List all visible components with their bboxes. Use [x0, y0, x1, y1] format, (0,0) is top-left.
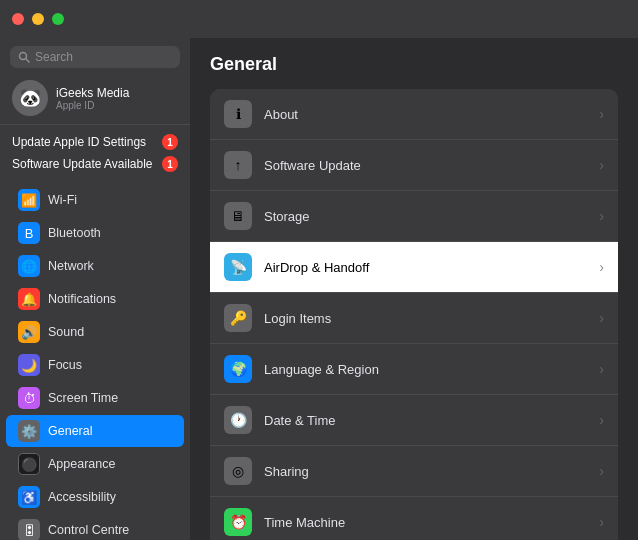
storage-icon: 🖥 [224, 202, 252, 230]
airdrop-label: AirDrop & Handoff [264, 260, 587, 275]
settings-row-datetime[interactable]: 🕐Date & Time› [210, 395, 618, 446]
sharing-chevron: › [599, 463, 604, 479]
settings-row-about[interactable]: ℹAbout› [210, 89, 618, 140]
avatar: 🐼 [12, 80, 48, 116]
login-items-icon: 🔑 [224, 304, 252, 332]
sidebar-item-wifi-label: Wi-Fi [48, 193, 77, 207]
storage-label: Storage [264, 209, 587, 224]
update-apple-id-badge: 1 [162, 134, 178, 150]
content-area: General ℹAbout›↑Software Update›🖥Storage… [190, 38, 638, 540]
sidebar-item-appearance-label: Appearance [48, 457, 115, 471]
settings-row-software-update[interactable]: ↑Software Update› [210, 140, 618, 191]
sidebar-item-bluetooth-label: Bluetooth [48, 226, 101, 240]
sidebar-item-focus[interactable]: 🌙Focus [6, 349, 184, 381]
time-machine-label: Time Machine [264, 515, 587, 530]
datetime-chevron: › [599, 412, 604, 428]
sharing-label: Sharing [264, 464, 587, 479]
login-items-label: Login Items [264, 311, 587, 326]
bluetooth-icon: B [18, 222, 40, 244]
sidebar-item-bluetooth[interactable]: BBluetooth [6, 217, 184, 249]
update-apple-id-alert[interactable]: Update Apple ID Settings 1 [0, 131, 190, 153]
minimize-button[interactable] [32, 13, 44, 25]
software-update-badge: 1 [162, 156, 178, 172]
wifi-icon: 📶 [18, 189, 40, 211]
sidebar-item-network[interactable]: 🌐Network [6, 250, 184, 282]
sidebar-item-control-centre[interactable]: 🎛Control Centre [6, 514, 184, 540]
settings-list: ℹAbout›↑Software Update›🖥Storage›📡AirDro… [210, 89, 618, 540]
settings-row-sharing[interactable]: ◎Sharing› [210, 446, 618, 497]
sidebar-item-notifications[interactable]: 🔔Notifications [6, 283, 184, 315]
sidebar-item-focus-label: Focus [48, 358, 82, 372]
airdrop-icon: 📡 [224, 253, 252, 281]
sidebar-item-network-label: Network [48, 259, 94, 273]
datetime-icon: 🕐 [224, 406, 252, 434]
software-update-label: Software Update [264, 158, 587, 173]
datetime-label: Date & Time [264, 413, 587, 428]
svg-line-1 [26, 59, 29, 62]
software-update-alert[interactable]: Software Update Available 1 [0, 153, 190, 175]
about-chevron: › [599, 106, 604, 122]
software-update-chevron: › [599, 157, 604, 173]
airdrop-chevron: › [599, 259, 604, 275]
language-chevron: › [599, 361, 604, 377]
network-icon: 🌐 [18, 255, 40, 277]
control-centre-icon: 🎛 [18, 519, 40, 540]
search-icon [18, 51, 30, 63]
sidebar-item-general[interactable]: ⚙️General [6, 415, 184, 447]
page-title: General [210, 54, 618, 75]
titlebar [0, 0, 638, 38]
sidebar-item-screen-time-label: Screen Time [48, 391, 118, 405]
sidebar-item-control-centre-label: Control Centre [48, 523, 129, 537]
storage-chevron: › [599, 208, 604, 224]
settings-row-login-items[interactable]: 🔑Login Items› [210, 293, 618, 344]
user-subtitle: Apple ID [56, 100, 129, 111]
time-machine-chevron: › [599, 514, 604, 530]
appearance-icon: ⚫ [18, 453, 40, 475]
language-icon: 🌍 [224, 355, 252, 383]
sidebar: Search 🐼 iGeeks Media Apple ID Update Ap… [0, 38, 190, 540]
fullscreen-button[interactable] [52, 13, 64, 25]
search-box[interactable]: Search [10, 46, 180, 68]
accessibility-icon: ♿ [18, 486, 40, 508]
sidebar-item-sound-label: Sound [48, 325, 84, 339]
user-name: iGeeks Media [56, 86, 129, 100]
screen-time-icon: ⏱ [18, 387, 40, 409]
settings-row-airdrop[interactable]: 📡AirDrop & Handoff› [210, 242, 618, 293]
notifications-icon: 🔔 [18, 288, 40, 310]
sidebar-item-wifi[interactable]: 📶Wi-Fi [6, 184, 184, 216]
about-label: About [264, 107, 587, 122]
sidebar-item-notifications-label: Notifications [48, 292, 116, 306]
settings-row-time-machine[interactable]: ⏰Time Machine› [210, 497, 618, 540]
update-apple-id-label: Update Apple ID Settings [12, 135, 162, 149]
sidebar-item-sound[interactable]: 🔊Sound [6, 316, 184, 348]
sound-icon: 🔊 [18, 321, 40, 343]
software-update-alert-label: Software Update Available [12, 157, 162, 171]
close-button[interactable] [12, 13, 24, 25]
sharing-icon: ◎ [224, 457, 252, 485]
settings-row-language[interactable]: 🌍Language & Region› [210, 344, 618, 395]
main-layout: Search 🐼 iGeeks Media Apple ID Update Ap… [0, 38, 638, 540]
sidebar-item-screen-time[interactable]: ⏱Screen Time [6, 382, 184, 414]
user-info: iGeeks Media Apple ID [56, 86, 129, 111]
sidebar-items-container: 📶Wi-FiBBluetooth🌐Network🔔Notifications🔊S… [0, 183, 190, 540]
sidebar-item-appearance[interactable]: ⚫Appearance [6, 448, 184, 480]
language-label: Language & Region [264, 362, 587, 377]
time-machine-icon: ⏰ [224, 508, 252, 536]
sidebar-item-general-label: General [48, 424, 92, 438]
software-update-icon: ↑ [224, 151, 252, 179]
settings-row-storage[interactable]: 🖥Storage› [210, 191, 618, 242]
sidebar-item-accessibility-label: Accessibility [48, 490, 116, 504]
focus-icon: 🌙 [18, 354, 40, 376]
search-placeholder: Search [35, 50, 73, 64]
general-icon: ⚙️ [18, 420, 40, 442]
about-icon: ℹ [224, 100, 252, 128]
user-profile[interactable]: 🐼 iGeeks Media Apple ID [0, 76, 190, 125]
sidebar-item-accessibility[interactable]: ♿Accessibility [6, 481, 184, 513]
login-items-chevron: › [599, 310, 604, 326]
